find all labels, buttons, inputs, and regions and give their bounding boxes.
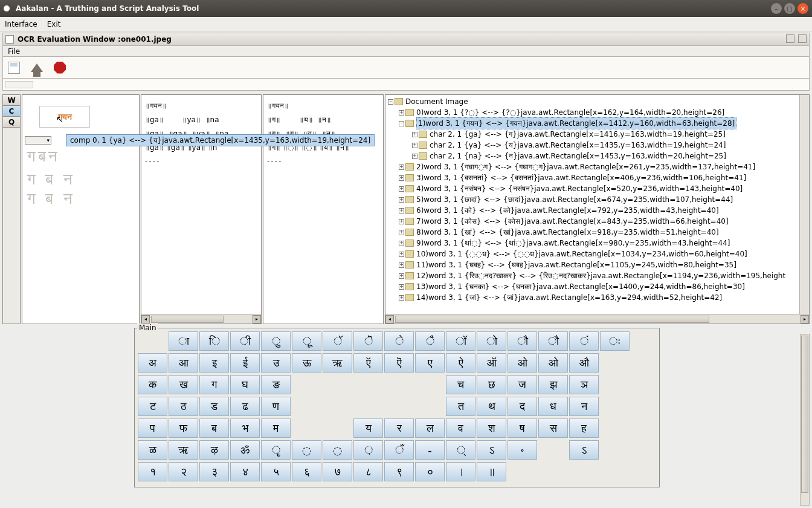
key-ऴ[interactable]: ऴ <box>199 440 229 460</box>
key-इ[interactable]: इ <box>199 353 229 373</box>
key-॰[interactable]: ॰ <box>507 440 537 460</box>
dropdown[interactable]: ▾ <box>25 136 51 145</box>
key-ख[interactable]: ख <box>169 375 198 394</box>
latin-hscroll[interactable]: ◂ ▸ <box>141 314 261 324</box>
tree-node-10[interactable]: 10)word 3, 1 {◌◌ध} <--> {◌◌ध}java.awt.Re… <box>416 249 747 259</box>
key-ओ[interactable]: ओ <box>507 353 537 373</box>
key-ँ[interactable]: ँ <box>384 440 414 460</box>
key-ा[interactable]: ा <box>169 331 198 351</box>
key-ड[interactable]: ड <box>199 397 229 416</box>
tree-node-4[interactable]: 4)word 3, 1 {नसंषन} <--> {नसंषन}java.awt… <box>416 183 743 194</box>
key-ऑ[interactable]: ऑ <box>477 353 506 373</box>
key-ञ[interactable]: ञ <box>569 375 599 394</box>
key-ङ[interactable]: ङ <box>261 375 291 394</box>
key-द[interactable]: द <box>507 397 537 416</box>
key-ं[interactable]: ं <box>569 331 599 351</box>
key-ठ[interactable]: ठ <box>169 397 198 416</box>
key-म[interactable]: म <box>261 418 291 438</box>
tree-node-7[interactable]: 7)word 3, 1 {कोस} <--> {कोस}java.awt.Rec… <box>416 216 729 227</box>
key-फ[interactable]: फ <box>169 418 198 438</box>
key-०[interactable]: ० <box>415 462 445 481</box>
tree-node-0[interactable]: 0)word 3, 1 {?◌} <--> {?◌}java.awt.Recta… <box>416 107 724 118</box>
document-tree[interactable]: –Document Image +0)word 3, 1 {?◌} <--> {… <box>385 95 799 314</box>
page-vscroll[interactable] <box>800 334 810 506</box>
subwin-max-button[interactable] <box>798 34 807 43</box>
key-ढ[interactable]: ढ <box>230 397 260 416</box>
key-ू[interactable]: ू <box>292 331 321 351</box>
key-ौ[interactable]: ौ <box>538 331 568 351</box>
menu-exit[interactable]: Exit <box>47 20 61 28</box>
key-ओ[interactable]: ओ <box>538 353 568 373</box>
stop-icon[interactable] <box>54 62 66 74</box>
key-घ[interactable]: घ <box>230 375 260 394</box>
key-त[interactable]: त <box>446 397 475 416</box>
tree-node-9[interactable]: 9)word 3, 1 {थां◌} <--> {थां◌}java.awt.R… <box>416 238 730 249</box>
save-icon[interactable] <box>8 62 20 74</box>
tree-node-1-selected[interactable]: 1)word 3, 1 {गयन} <--> {गयन}java.awt.Rec… <box>416 117 736 129</box>
scroll-right-icon[interactable]: ▸ <box>253 315 261 324</box>
toggle-w[interactable]: W <box>3 95 20 106</box>
key-झ[interactable]: झ <box>538 375 568 394</box>
key-९[interactable]: ९ <box>384 462 414 481</box>
key-ह[interactable]: ह <box>569 418 599 438</box>
key-श[interactable]: श <box>477 418 506 438</box>
home-icon[interactable] <box>31 63 43 72</box>
key-◌[interactable]: ◌ <box>323 440 352 460</box>
tree-node-char-ya[interactable]: char 2, 1 {ya} <--> {य}java.awt.Rectangl… <box>430 140 726 151</box>
scroll-left-icon[interactable]: ◂ <box>141 315 150 324</box>
key-ध[interactable]: ध <box>538 397 568 416</box>
tree-node-8[interactable]: 8)word 3, 1 {खां} <--> {खां}java.awt.Rec… <box>416 227 719 238</box>
key-ण[interactable]: ण <box>261 397 291 416</box>
key-ृ[interactable]: ृ <box>261 440 291 460</box>
key-ॐ[interactable]: ॐ <box>230 440 260 460</box>
key-े[interactable]: े <box>384 331 414 351</box>
key-◌[interactable]: ◌ <box>292 440 321 460</box>
subwin-dock-button[interactable] <box>786 34 794 43</box>
key-।[interactable]: । <box>446 462 475 481</box>
key-प[interactable]: प <box>138 418 167 438</box>
maximize-button[interactable]: □ <box>784 3 795 14</box>
key-ी[interactable]: ी <box>230 331 260 351</box>
key-७[interactable]: ७ <box>323 462 352 481</box>
key-भ[interactable]: भ <box>230 418 260 438</box>
key-छ[interactable]: छ <box>477 375 506 394</box>
key--[interactable]: - <box>415 440 445 460</box>
tree-node-13[interactable]: 13)word 3, 1 {घनका} <--> {घनका}java.awt.… <box>416 281 745 292</box>
tree-node-3[interactable]: 3)word 3, 1 {बसनतां} <--> {बसनतां}java.a… <box>416 172 746 183</box>
tree-node-14[interactable]: 14)word 3, 1 {जां} <--> {जां}java.awt.Re… <box>416 292 722 303</box>
key-व[interactable]: व <box>446 418 475 438</box>
key-ब[interactable]: ब <box>199 418 229 438</box>
key-ऊ[interactable]: ऊ <box>292 353 321 373</box>
key-न[interactable]: न <box>569 397 599 416</box>
key-१[interactable]: १ <box>138 462 167 481</box>
key-ग[interactable]: ग <box>199 375 229 394</box>
close-button[interactable]: × <box>798 3 808 14</box>
key-२[interactable]: २ <box>169 462 198 481</box>
key-ः[interactable]: ः <box>600 331 630 351</box>
key-ॆ[interactable]: ॆ <box>353 331 383 351</box>
tree-node-5[interactable]: 5)word 3, 1 {छादां} <--> {छादां}java.awt… <box>416 194 733 205</box>
key-थ[interactable]: थ <box>477 397 506 416</box>
key-ए[interactable]: ए <box>415 353 445 373</box>
key-ि[interactable]: ि <box>199 331 229 351</box>
key-ऋ[interactable]: ऋ <box>169 440 198 460</box>
key-ऎ[interactable]: ऎ <box>384 353 414 373</box>
key-ॅ[interactable]: ॅ <box>323 331 352 351</box>
key-ऽ[interactable]: ऽ <box>477 440 506 460</box>
toggle-c[interactable]: C <box>3 106 20 117</box>
key-ऋ[interactable]: ऋ <box>323 353 352 373</box>
key-ै[interactable]: ै <box>415 331 445 351</box>
key-ऽ[interactable]: ऽ <box>569 440 599 460</box>
key-ळ[interactable]: ळ <box>138 440 167 460</box>
tree-node-6[interactable]: 6)word 3, 1 {को} <--> {को}java.awt.Recta… <box>416 205 719 216</box>
key-ल[interactable]: ल <box>415 418 445 438</box>
tree-root[interactable]: Document Image <box>405 96 468 107</box>
thumbnail-chip[interactable] <box>5 81 33 88</box>
key-स[interactable]: स <box>538 418 568 438</box>
tree-node-char-na[interactable]: char 2, 1 {na} <--> {न}java.awt.Rectangl… <box>430 151 726 161</box>
key-५[interactable]: ५ <box>261 462 291 481</box>
tree-node-2[interactable]: 2)word 3, 1 {गघाग◌ग} <--> {गघाग◌ग}java.a… <box>416 161 755 172</box>
key-ु[interactable]: ु <box>261 331 291 351</box>
tree-vscroll[interactable] <box>799 95 809 314</box>
key-य[interactable]: य <box>353 418 383 438</box>
